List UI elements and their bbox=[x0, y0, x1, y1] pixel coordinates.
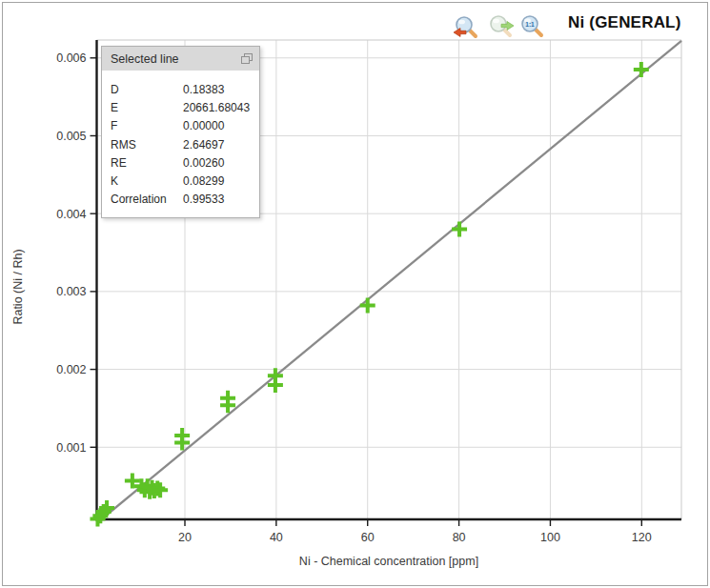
zoom-forward-icon bbox=[487, 13, 516, 40]
stat-label: Correlation bbox=[111, 193, 183, 206]
stat-value: 20661.68043 bbox=[183, 101, 252, 114]
y-tick-label: 0.003 bbox=[56, 285, 86, 298]
zoom-1to1-icon: 1:1 bbox=[518, 13, 547, 40]
stat-label: RMS bbox=[111, 138, 183, 152]
x-tick-label: 120 bbox=[632, 531, 652, 544]
x-tick-label: 100 bbox=[540, 531, 560, 544]
x-axis-title: Ni - Chemical concentration [ppm] bbox=[299, 555, 478, 568]
stat-row-re: RE0.00260 bbox=[111, 153, 252, 172]
y-axis-title: Ratio (Ni / Rh) bbox=[11, 249, 25, 324]
stat-row-e: E20661.68043 bbox=[111, 98, 252, 116]
zoom-forward-button[interactable] bbox=[487, 13, 516, 40]
selected-line-panel-header[interactable]: Selected line bbox=[102, 47, 259, 73]
x-tick-label: 80 bbox=[453, 531, 466, 544]
stat-value: 0.00000 bbox=[183, 119, 252, 132]
y-tick-label: 0.006 bbox=[56, 51, 86, 65]
stat-value: 0.18383 bbox=[183, 83, 252, 96]
selected-line-panel-title: Selected line bbox=[111, 52, 179, 66]
x-tick-label: 60 bbox=[361, 531, 375, 544]
stat-row-correlation: Correlation0.99533 bbox=[111, 191, 252, 209]
stat-value: 0.99533 bbox=[183, 193, 252, 206]
stat-value: 0.08299 bbox=[183, 174, 252, 188]
data-point-marker[interactable] bbox=[634, 62, 649, 77]
stat-label: D bbox=[111, 83, 183, 96]
y-tick-label: 0.004 bbox=[56, 208, 86, 221]
y-tick-label: 0.005 bbox=[56, 130, 86, 143]
selected-line-stats: D0.18383E20661.68043F0.00000RMS2.64697RE… bbox=[102, 73, 259, 217]
zoom-back-icon bbox=[452, 14, 480, 41]
data-point-marker[interactable] bbox=[452, 222, 467, 237]
stat-label: F bbox=[111, 119, 183, 132]
restore-window-icon[interactable] bbox=[241, 53, 254, 65]
stat-value: 0.00260 bbox=[183, 156, 252, 170]
stat-row-rms: RMS2.64697 bbox=[111, 135, 252, 153]
svg-text:1:1: 1:1 bbox=[525, 21, 535, 28]
y-tick-label: 0.002 bbox=[56, 363, 86, 376]
stat-row-f: F0.00000 bbox=[111, 117, 252, 135]
app-window: Ni - Chemical concentration [ppm] Ratio … bbox=[2, 2, 708, 586]
data-point-marker[interactable] bbox=[360, 298, 375, 314]
x-tick-label: 20 bbox=[178, 531, 192, 544]
stat-row-d: D0.18383 bbox=[111, 80, 252, 98]
stat-label: E bbox=[111, 101, 183, 114]
zoom-back-button[interactable] bbox=[452, 14, 480, 41]
y-tick-label: 0.001 bbox=[56, 441, 86, 455]
selected-line-panel: Selected line D0.18383E20661.68043F0.000… bbox=[101, 46, 260, 218]
stat-value: 2.64697 bbox=[183, 138, 252, 152]
page-title: Ni (GENERAL) bbox=[568, 13, 681, 32]
stat-label: RE bbox=[111, 156, 183, 170]
stat-label: K bbox=[111, 174, 183, 188]
x-tick-label: 40 bbox=[270, 531, 283, 544]
stat-row-k: K0.08299 bbox=[111, 172, 252, 190]
zoom-1to1-button[interactable]: 1:1 bbox=[518, 13, 547, 40]
